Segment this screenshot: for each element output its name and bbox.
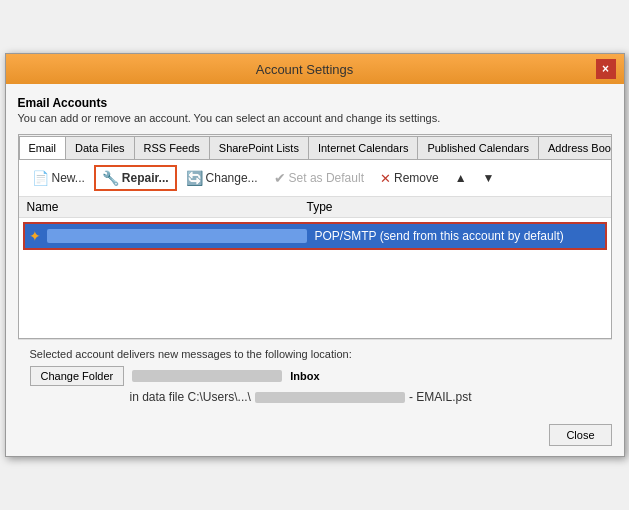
set-default-icon: ✔ — [274, 170, 286, 186]
title-bar: Account Settings × — [6, 54, 624, 84]
email-toolbar: 📄 New... 🔧 Repair... 🔄 Change... ✔ Set a… — [19, 160, 611, 197]
account-selected-icon: ✦ — [29, 228, 41, 244]
window-close-button[interactable]: × — [596, 59, 616, 79]
remove-label: Remove — [394, 171, 439, 185]
table-row[interactable]: ✦ POP/SMTP (send from this account by de… — [23, 222, 607, 250]
change-icon: 🔄 — [186, 170, 203, 186]
name-column-header: Name — [27, 200, 307, 214]
tab-published-calendars[interactable]: Published Calendars — [417, 136, 539, 160]
account-type: POP/SMTP (send from this account by defa… — [315, 229, 601, 243]
tab-address-books[interactable]: Address Books — [538, 136, 611, 160]
data-file-path-blurred — [255, 392, 405, 403]
account-list: ✦ POP/SMTP (send from this account by de… — [19, 218, 611, 338]
inbox-label: Inbox — [290, 370, 319, 382]
account-list-header: Name Type — [19, 197, 611, 218]
repair-label: Repair... — [122, 171, 169, 185]
remove-button[interactable]: ✕ Remove — [373, 167, 446, 190]
tabs-row: Email Data Files RSS Feeds SharePoint Li… — [19, 135, 611, 160]
delivers-text: Selected account delivers new messages t… — [30, 348, 600, 360]
new-button[interactable]: 📄 New... — [25, 166, 92, 190]
change-button[interactable]: 🔄 Change... — [179, 166, 265, 190]
new-label: New... — [52, 171, 85, 185]
data-file-row: in data file C:\Users\...\ - EMAIL.pst — [130, 390, 600, 404]
change-label: Change... — [206, 171, 258, 185]
set-default-label: Set as Default — [289, 171, 364, 185]
folder-row: Change Folder Inbox — [30, 366, 600, 386]
up-arrow-icon: ▲ — [455, 171, 467, 185]
dialog-body: Email Accounts You can add or remove an … — [6, 84, 624, 418]
footer-section: Selected account delivers new messages t… — [18, 339, 612, 410]
tabs-container: Email Data Files RSS Feeds SharePoint Li… — [18, 134, 612, 339]
data-file-prefix: in data file C:\Users\...\ — [130, 390, 251, 404]
data-file-suffix: - EMAIL.pst — [409, 390, 472, 404]
account-name-blurred — [47, 229, 307, 243]
tab-rss-feeds[interactable]: RSS Feeds — [134, 136, 210, 160]
repair-icon: 🔧 — [102, 170, 119, 186]
type-column-header: Type — [307, 200, 603, 214]
change-folder-button[interactable]: Change Folder — [30, 366, 125, 386]
close-dialog-button[interactable]: Close — [549, 424, 611, 446]
move-down-button[interactable]: ▼ — [476, 167, 502, 189]
tab-internet-calendars[interactable]: Internet Calendars — [308, 136, 419, 160]
account-settings-dialog: Account Settings × Email Accounts You ca… — [5, 53, 625, 457]
tab-sharepoint[interactable]: SharePoint Lists — [209, 136, 309, 160]
info-title: Email Accounts — [18, 96, 612, 110]
repair-button[interactable]: 🔧 Repair... — [94, 165, 177, 191]
down-arrow-icon: ▼ — [483, 171, 495, 185]
new-icon: 📄 — [32, 170, 49, 186]
info-description: You can add or remove an account. You ca… — [18, 112, 612, 124]
info-section: Email Accounts You can add or remove an … — [18, 96, 612, 124]
dialog-footer: Close — [6, 418, 624, 456]
tab-email[interactable]: Email — [19, 136, 67, 160]
set-default-button[interactable]: ✔ Set as Default — [267, 166, 371, 190]
remove-icon: ✕ — [380, 171, 391, 186]
folder-path-blurred — [132, 370, 282, 382]
move-up-button[interactable]: ▲ — [448, 167, 474, 189]
tab-data-files[interactable]: Data Files — [65, 136, 135, 160]
dialog-title: Account Settings — [14, 62, 596, 77]
